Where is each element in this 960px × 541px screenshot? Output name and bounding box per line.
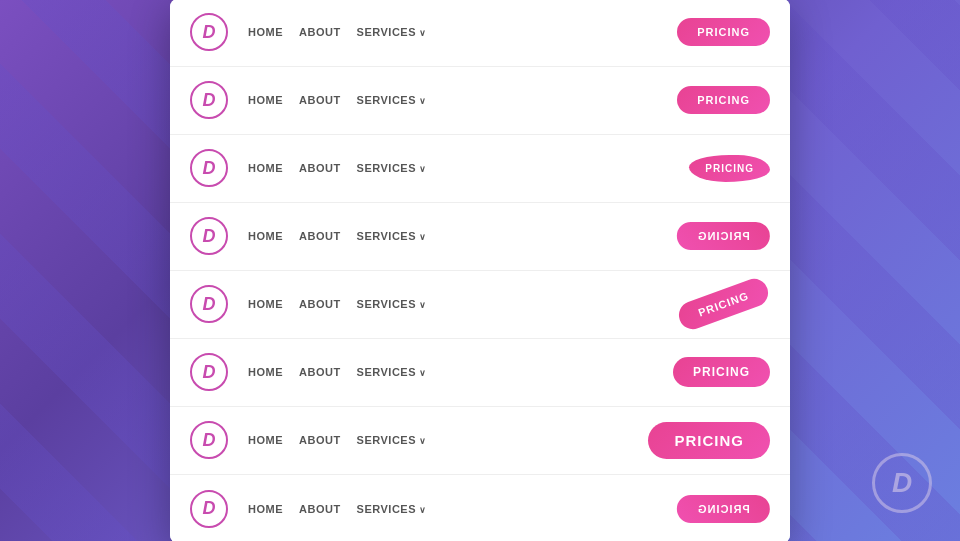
nav-services-3: SERVICES	[357, 162, 427, 174]
nav-about-2: ABOUT	[299, 94, 341, 106]
nav-services-5: SERVICES	[357, 298, 427, 310]
nav-about-1: ABOUT	[299, 26, 341, 38]
nav-services-2: SERVICES	[357, 94, 427, 106]
nav-home-6: HOME	[248, 366, 283, 378]
nav-row-5: D HOME ABOUT SERVICES PRICING	[170, 271, 790, 339]
nav-services-4: SERVICES	[357, 230, 427, 242]
nav-links-2: HOME ABOUT SERVICES	[248, 94, 677, 106]
pricing-button-5[interactable]: PRICING	[675, 275, 772, 333]
logo-4: D	[190, 217, 228, 255]
pricing-button-2[interactable]: PRICING	[677, 86, 770, 114]
nav-row-4: D HOME ABOUT SERVICES PRICING	[170, 203, 790, 271]
nav-row-7: D HOME ABOUT SERVICES PRICING	[170, 407, 790, 475]
nav-links-4: HOME ABOUT SERVICES	[248, 230, 677, 242]
nav-about-7: ABOUT	[299, 434, 341, 446]
nav-home-3: HOME	[248, 162, 283, 174]
nav-home-4: HOME	[248, 230, 283, 242]
nav-links-7: HOME ABOUT SERVICES	[248, 434, 648, 446]
pricing-button-3[interactable]: PRICING	[689, 155, 770, 182]
nav-about-6: ABOUT	[299, 366, 341, 378]
nav-links-5: HOME ABOUT SERVICES	[248, 298, 677, 310]
logo-5: D	[190, 285, 228, 323]
nav-links-6: HOME ABOUT SERVICES	[248, 366, 673, 378]
nav-services-6: SERVICES	[357, 366, 427, 378]
nav-about-5: ABOUT	[299, 298, 341, 310]
nav-home-7: HOME	[248, 434, 283, 446]
logo-1: D	[190, 13, 228, 51]
pricing-button-4[interactable]: PRICING	[677, 222, 770, 250]
logo-6: D	[190, 353, 228, 391]
logo-7: D	[190, 421, 228, 459]
nav-about-8: ABOUT	[299, 503, 341, 515]
pricing-button-8[interactable]: PRICING	[677, 495, 770, 523]
nav-home-8: HOME	[248, 503, 283, 515]
nav-row-6: D HOME ABOUT SERVICES PRICING	[170, 339, 790, 407]
nav-services-8: SERVICES	[357, 503, 427, 515]
pricing-button-6[interactable]: PRICING	[673, 357, 770, 387]
logo-3: D	[190, 149, 228, 187]
nav-about-4: ABOUT	[299, 230, 341, 242]
nav-row-8: D HOME ABOUT SERVICES PRICING	[170, 475, 790, 542]
main-card: D HOME ABOUT SERVICES PRICING D HOME ABO…	[170, 0, 790, 541]
nav-links-8: HOME ABOUT SERVICES	[248, 503, 677, 515]
divi-watermark: D	[872, 453, 932, 513]
pricing-button-7[interactable]: PRICING	[648, 422, 770, 459]
nav-links-3: HOME ABOUT SERVICES	[248, 162, 689, 174]
nav-row-1: D HOME ABOUT SERVICES PRICING	[170, 0, 790, 67]
nav-home-2: HOME	[248, 94, 283, 106]
nav-row-3: D HOME ABOUT SERVICES PRICING	[170, 135, 790, 203]
nav-row-2: D HOME ABOUT SERVICES PRICING	[170, 67, 790, 135]
nav-home-1: HOME	[248, 26, 283, 38]
pricing-button-1[interactable]: PRICING	[677, 18, 770, 46]
logo-2: D	[190, 81, 228, 119]
nav-about-3: ABOUT	[299, 162, 341, 174]
nav-home-5: HOME	[248, 298, 283, 310]
nav-links-1: HOME ABOUT SERVICES	[248, 26, 677, 38]
nav-services-7: SERVICES	[357, 434, 427, 446]
logo-8: D	[190, 490, 228, 528]
nav-services-1: SERVICES	[357, 26, 427, 38]
